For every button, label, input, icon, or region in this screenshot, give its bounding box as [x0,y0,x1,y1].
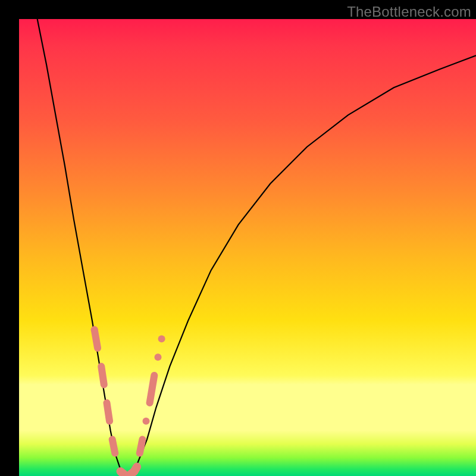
marker-pill [101,367,104,385]
marker-pill [112,440,115,453]
chart-svg [19,19,476,476]
watermark-label: TheBottleneck.com [347,4,471,20]
marker-pill [140,440,143,453]
chart-frame: TheBottleneck.com [0,0,476,476]
marker-pill [107,403,110,421]
marker-dot [91,326,98,333]
bottleneck-curve [37,19,476,476]
sample-markers [91,326,165,476]
marker-dot [143,418,150,425]
marker-dot [158,336,165,343]
marker-pill [134,467,137,472]
marker-dot [155,353,162,361]
marker-pill [150,375,155,403]
plot-area [19,19,476,476]
